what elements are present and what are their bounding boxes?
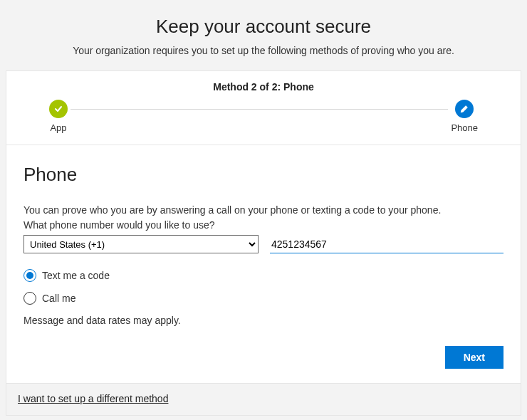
step-app-label: App [50, 122, 66, 133]
setup-card: Method 2 of 2: Phone App [6, 70, 521, 416]
page-subtitle: Your organization requires you to set up… [6, 45, 521, 56]
stepper-section: Method 2 of 2: Phone App [6, 71, 521, 145]
radio-text-me[interactable]: Text me a code [24, 269, 503, 282]
rates-note: Message and data rates may apply. [24, 315, 503, 326]
step-app-circle [49, 100, 68, 118]
country-code-select[interactable]: United States (+1) [24, 235, 259, 253]
page-title: Keep your account secure [6, 16, 521, 38]
content-section: Phone You can prove who you are by answe… [6, 145, 521, 383]
radio-circle-icon [24, 292, 36, 305]
card-footer: I want to set up a different method [6, 383, 521, 415]
radio-call-label: Call me [42, 293, 75, 304]
page-header: Keep your account secure Your organizati… [6, 6, 521, 65]
radio-call-me[interactable]: Call me [24, 292, 503, 305]
step-app: App [49, 100, 68, 133]
stepper: App Phone [21, 100, 506, 133]
phone-number-input[interactable] [270, 235, 503, 253]
section-prompt: What phone number would you like to use? [24, 219, 503, 231]
step-phone-circle [455, 100, 474, 118]
action-row: Next [24, 346, 503, 369]
step-phone: Phone [451, 100, 478, 133]
section-heading: Phone [24, 164, 503, 186]
stepper-title: Method 2 of 2: Phone [21, 81, 506, 93]
step-phone-label: Phone [451, 122, 478, 133]
radio-text-label: Text me a code [42, 270, 110, 281]
phone-input-row: United States (+1) [24, 235, 503, 253]
pencil-icon [459, 104, 469, 114]
radio-circle-icon [24, 269, 36, 282]
step-connector [71, 109, 448, 110]
delivery-method-radios: Text me a code Call me [24, 269, 503, 305]
check-icon [53, 104, 63, 114]
next-button[interactable]: Next [445, 346, 503, 369]
section-description: You can prove who you are by answering a… [24, 203, 503, 218]
different-method-link[interactable]: I want to set up a different method [18, 393, 168, 404]
